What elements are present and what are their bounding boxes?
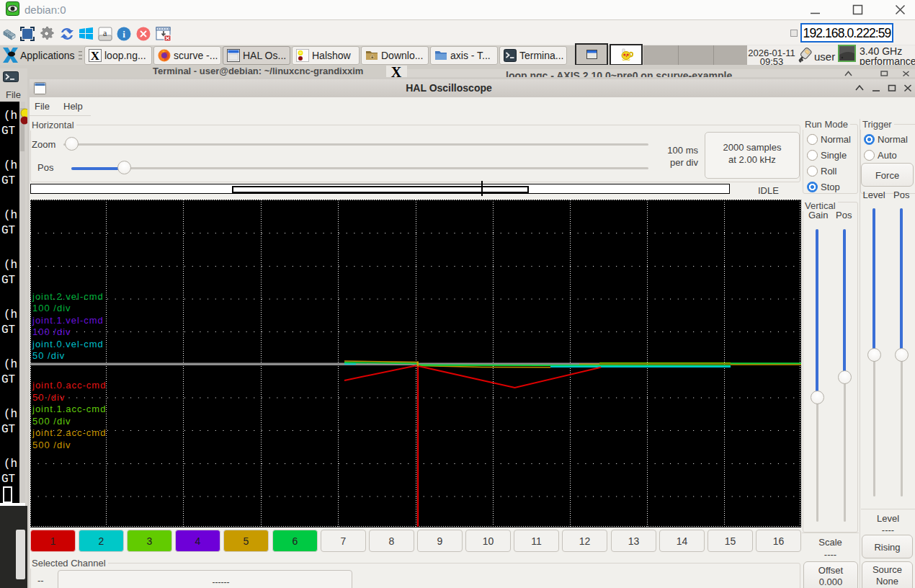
svg-text:X: X — [391, 66, 402, 77]
svg-text:i: i — [122, 29, 125, 40]
svg-text:X: X — [91, 49, 100, 62]
svg-text:a: a — [103, 28, 107, 38]
